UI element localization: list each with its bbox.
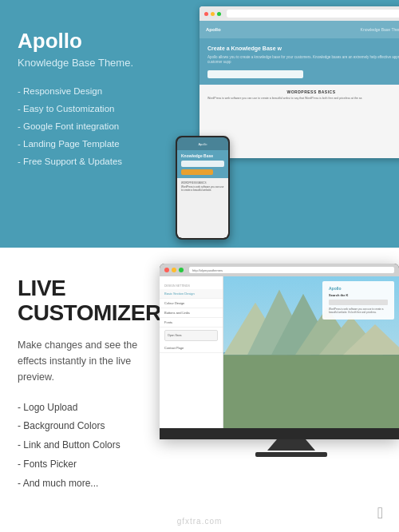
phone-hero: Knowledge Base bbox=[177, 150, 228, 178]
desktop-large-screen: http://olympusthemes Design Settings Bas… bbox=[160, 264, 399, 439]
phone-hero-title: Knowledge Base bbox=[181, 153, 224, 158]
site-search-input bbox=[329, 300, 388, 305]
mock-wp-basics: WORDPRESS BASICS WordPress is web softwa… bbox=[200, 85, 399, 105]
list-item: - Easy to Customization bbox=[18, 102, 150, 115]
phone-bottom: WORDPRESS BASICSWordPress is web softwar… bbox=[177, 178, 228, 196]
customizer-sidebar: Design Settings Basic Section Design Col… bbox=[160, 276, 223, 428]
phone-btn bbox=[181, 169, 213, 175]
browser-url-bar bbox=[227, 10, 399, 18]
mac-dot-green bbox=[179, 268, 184, 272]
phone-bottom-text: WORDPRESS BASICSWordPress is web softwar… bbox=[181, 181, 224, 193]
mac-url-bar: http://olympusthemes bbox=[189, 267, 394, 273]
sidebar-item-buttons: Buttons and Links bbox=[160, 308, 223, 318]
mock-logo: Apollo bbox=[206, 27, 221, 32]
mock-hero-title: Create a Knowledge Base w bbox=[207, 45, 399, 52]
sidebar-item-fonts: Fonts bbox=[160, 318, 223, 328]
mock-section-title: WORDPRESS BASICS bbox=[207, 89, 399, 94]
browser-dot-green bbox=[217, 12, 221, 16]
browser-dot-yellow bbox=[211, 12, 215, 16]
bottom-section: LIVE CUSTOMIZER. Make changes and see th… bbox=[0, 248, 399, 532]
app-subtitle: Knowledge Base Theme. bbox=[18, 57, 150, 69]
customizer-desktop-mockup: http://olympusthemes Design Settings Bas… bbox=[160, 264, 399, 503]
bottom-left-content: LIVE CUSTOMIZER. Make changes and see th… bbox=[0, 248, 176, 532]
app-title: Apollo bbox=[18, 29, 150, 54]
mock-site-header: Apollo Knowledge Base Theme Blog bbox=[200, 21, 399, 38]
mock-hero-area: Create a Knowledge Base w Apollo allows … bbox=[200, 38, 399, 85]
mock-nav: Knowledge Base Theme Blog bbox=[361, 27, 399, 32]
mock-search-bar bbox=[207, 70, 303, 78]
phone-mockup: Apollo Knowledge Base WORDPRESS BASICSWo… bbox=[176, 136, 230, 240]
site-description-text: WordPress is web software you can use to… bbox=[329, 308, 388, 314]
mock-hero-text: Apollo allows you to create a knowledge … bbox=[207, 55, 399, 66]
mock-body-text: WordPress is web software you can use to… bbox=[207, 97, 399, 101]
top-right-mockups: Apollo Knowledge Base Theme Blog Create … bbox=[160, 0, 399, 248]
list-item: - Fonts Picker bbox=[18, 458, 158, 471]
font-select[interactable]: Open Sans bbox=[164, 330, 218, 341]
browser-content: Apollo Knowledge Base Theme Blog Create … bbox=[200, 21, 399, 158]
monitor-base bbox=[255, 452, 327, 457]
list-item: - Responsive Design bbox=[18, 85, 150, 97]
sidebar-item-contact: Contact Page bbox=[160, 343, 223, 353]
monitor-stand-pole bbox=[267, 439, 315, 451]
monitor-stand bbox=[160, 439, 399, 457]
site-preview-panel: Apollo Search the K WordPress is web sof… bbox=[322, 281, 394, 320]
features-list: - Responsive Design - Easy to Customizat… bbox=[18, 85, 150, 168]
list-item: - Google Font integration bbox=[18, 120, 150, 133]
mock-nav-item: Knowledge Base Theme bbox=[361, 27, 399, 32]
browser-bar bbox=[200, 6, 399, 21]
site-hero-text: Search the K bbox=[329, 293, 388, 297]
mac-window-bar: http://olympusthemes bbox=[160, 264, 399, 276]
svg-rect-6 bbox=[223, 355, 399, 428]
list-item: - Link and Button Colors bbox=[18, 439, 158, 452]
sidebar-item-basic: Basic Section Design bbox=[160, 289, 223, 299]
customizer-list: - Logo Upload - Background Colors - Link… bbox=[18, 401, 158, 490]
site-logo-text: Apollo bbox=[329, 286, 388, 291]
desktop-browser-mockup: Apollo Knowledge Base Theme Blog Create … bbox=[200, 6, 399, 158]
phone-search bbox=[181, 161, 224, 167]
browser-dot-red bbox=[204, 12, 208, 16]
list-item: - Free Support & Updates bbox=[18, 155, 150, 168]
mac-dot-red bbox=[164, 268, 169, 272]
font-select-value: Open Sans bbox=[168, 334, 182, 337]
list-item: - Logo Upload bbox=[18, 401, 158, 415]
phone-top-bar: Apollo bbox=[177, 137, 228, 150]
live-customizer-title: LIVE CUSTOMIZER. bbox=[18, 276, 158, 326]
top-section: Apollo Knowledge Base Theme. - Responsiv… bbox=[0, 0, 399, 248]
mac-url-text: http://olympusthemes bbox=[192, 268, 223, 272]
list-item: - Background Colors bbox=[18, 419, 158, 433]
phone-screen: Apollo Knowledge Base WORDPRESS BASICSWo… bbox=[177, 137, 228, 238]
watermark: gfxtra.com bbox=[177, 517, 223, 526]
customizer-description: Make changes and see the effects instant… bbox=[18, 337, 158, 385]
sidebar-item-colour: Colour Design bbox=[160, 299, 223, 308]
apple-logo:  bbox=[377, 504, 383, 522]
top-left-content: Apollo Knowledge Base Theme. - Responsiv… bbox=[0, 0, 168, 248]
desktop-main-content: Apollo Search the K WordPress is web sof… bbox=[223, 276, 399, 428]
desktop-screen-content: Design Settings Basic Section Design Col… bbox=[160, 276, 399, 428]
sidebar-section-title: Design Settings bbox=[160, 281, 223, 289]
phone-title: Apollo bbox=[198, 142, 207, 146]
list-item: - And much more... bbox=[18, 477, 158, 490]
list-item: - Landing Page Template bbox=[18, 137, 150, 150]
mac-dot-yellow bbox=[172, 268, 176, 272]
